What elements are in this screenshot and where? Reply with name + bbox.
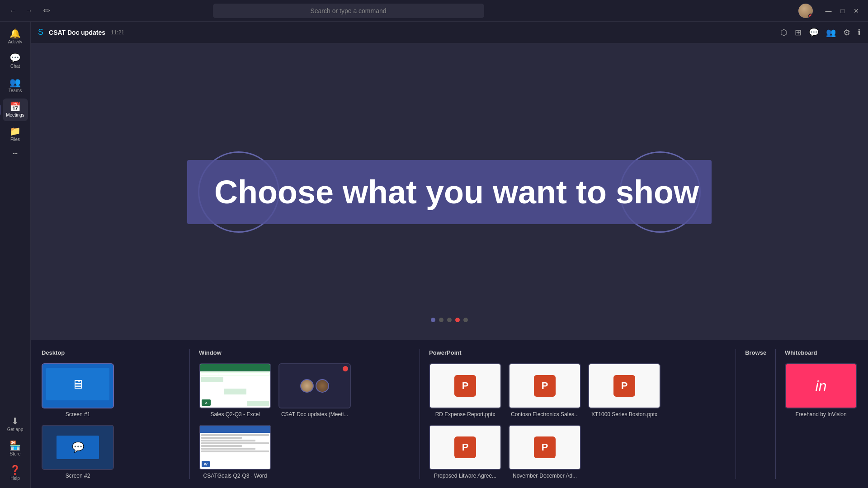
close-button[interactable]: ✕ — [850, 5, 863, 16]
compose-button[interactable]: ✏ — [40, 4, 54, 18]
ppt4-thumb[interactable]: P — [429, 425, 501, 470]
ppt2-thumb[interactable]: P — [509, 363, 581, 408]
meeting-header-actions: ⬡ ⊞ 💬 👥 ⚙ ℹ — [780, 28, 861, 38]
ppt1-icon: P — [454, 375, 476, 397]
forward-button[interactable]: → — [22, 5, 36, 17]
sidebar-label-teams: Teams — [9, 88, 22, 93]
window-controls[interactable]: — □ ✕ — [822, 5, 863, 16]
sidebar-item-meetings[interactable]: 📅 Meetings — [3, 99, 28, 121]
share-item-excel[interactable]: X Sales Q2-Q3 - Excel — [199, 363, 271, 418]
share-item-ppt3[interactable]: P XT1000 Series Boston.pptx — [588, 363, 660, 418]
activity-icon: 🔔 — [9, 29, 21, 38]
screen1-thumb[interactable]: 🖥 — [42, 363, 114, 408]
dot-1 — [431, 318, 435, 322]
word-icon-badge: W — [202, 461, 210, 467]
avatar[interactable] — [798, 4, 813, 18]
desktop-section: Desktop 🖥 — [42, 349, 180, 479]
meetings-icon: 📅 — [9, 102, 21, 111]
ppt5-icon: P — [534, 436, 556, 458]
screen1-label: Screen #1 — [66, 411, 90, 418]
sidebar-item-activity[interactable]: 🔔 Activity — [3, 25, 28, 48]
share-item-invision[interactable]: in Freehand by InVision — [785, 363, 857, 418]
ppt1-thumb[interactable]: P — [429, 363, 501, 408]
excel-toolbar-row — [201, 372, 269, 376]
word-line-7 — [201, 450, 269, 452]
invision-thumb[interactable]: in — [785, 363, 857, 408]
whiteboard-section: Whiteboard in Freehand by InVision — [785, 349, 857, 418]
sidebar-item-teams[interactable]: 👥 Teams — [3, 74, 28, 97]
info-icon[interactable]: ℹ — [858, 28, 861, 38]
sidebar-item-get-app[interactable]: ⬇ Get app — [3, 413, 28, 436]
window-section-header: Window — [199, 349, 410, 356]
desktop-thumb-2: 💬 — [42, 426, 113, 469]
share-items-row: Desktop 🖥 — [42, 349, 857, 479]
separator-3 — [736, 349, 736, 479]
titlebar: ← → ✏ — □ ✕ — [0, 0, 868, 22]
participants-icon[interactable]: 👥 — [826, 28, 836, 38]
teams-meeting-label: CSAT Doc updates (Meeti... — [281, 411, 348, 418]
ppt4-label: Proposed Litware Agree... — [434, 473, 496, 479]
meeting-chat-icon[interactable]: 💬 — [809, 28, 819, 38]
dot-2 — [439, 318, 443, 322]
get-app-icon: ⬇ — [11, 417, 19, 426]
desktop-items: 🖥 Screen #1 — [42, 363, 180, 479]
maximize-button[interactable]: □ — [837, 5, 848, 16]
csatgoals-label: CSATGoals Q2-Q3 - Word — [203, 473, 267, 479]
invision-content: in — [786, 364, 856, 408]
minimize-button[interactable]: — — [822, 5, 835, 16]
ppt4-content: P — [430, 426, 500, 469]
ppt3-label: XT1000 Series Boston.pptx — [591, 411, 657, 418]
whiteboard-items: in Freehand by InVision — [785, 363, 857, 418]
share-item-ppt2[interactable]: P Contoso Electronics Sales... — [509, 363, 581, 418]
teams-meeting-content — [279, 364, 350, 408]
back-button[interactable]: ← — [5, 5, 20, 17]
share-item-ppt5[interactable]: P November-December Ad... — [509, 425, 581, 479]
titlebar-right: — □ ✕ — [798, 4, 863, 18]
ppt3-thumb[interactable]: P — [588, 363, 660, 408]
word-body — [200, 433, 270, 469]
dots-indicator — [431, 318, 468, 322]
word-line-5 — [201, 445, 242, 447]
dot-5 — [463, 318, 468, 322]
sidebar-item-store[interactable]: 🏪 Store — [3, 437, 28, 460]
search-input[interactable] — [213, 4, 484, 18]
share-item-ppt4[interactable]: P Proposed Litware Agree... — [429, 425, 501, 479]
sidebar-item-files[interactable]: 📁 Files — [3, 123, 28, 145]
participants-area: Choose what you want to show — [31, 43, 868, 340]
sidebar-item-chat[interactable]: 💬 Chat — [3, 50, 28, 72]
desktop-section-header: Desktop — [42, 349, 180, 356]
share-screen-icon[interactable]: ⬡ — [780, 28, 788, 38]
sidebar-label-chat: Chat — [10, 64, 20, 69]
screen2-label: Screen #2 — [66, 473, 90, 479]
sidebar-item-help[interactable]: ❓ Help — [3, 462, 28, 484]
share-item-screen2[interactable]: 💬 Screen #2 — [42, 425, 114, 479]
word-line-3 — [201, 440, 255, 441]
teams-meeting-thumb[interactable] — [278, 363, 351, 408]
teams-meeting-faces — [300, 379, 329, 393]
share-item-word[interactable]: W CSATGoals Q2-Q3 - Word — [199, 425, 271, 479]
separator-4 — [775, 349, 776, 479]
more-label: ••• — [13, 151, 18, 156]
whiteboard-icon[interactable]: ⊞ — [795, 28, 802, 38]
screen2-thumb[interactable]: 💬 — [42, 425, 114, 470]
word-line-2 — [201, 437, 242, 439]
ppt2-label: Contoso Electronics Sales... — [511, 411, 579, 418]
share-panel: Desktop 🖥 — [31, 340, 868, 488]
share-item-teams-meeting[interactable]: CSAT Doc updates (Meeti... — [278, 363, 351, 418]
sidebar: 🔔 Activity 💬 Chat 👥 Teams 📅 Meetings 📁 F… — [0, 22, 31, 488]
excel-thumb[interactable]: X — [199, 363, 271, 408]
sidebar-label-files: Files — [10, 137, 20, 142]
word-content: W — [200, 426, 270, 469]
share-item-screen1[interactable]: 🖥 Screen #1 — [42, 363, 114, 418]
excel-icon-badge: X — [202, 399, 211, 406]
settings-icon[interactable]: ⚙ — [843, 28, 850, 38]
word-thumb[interactable]: W — [199, 425, 271, 470]
dot-4 — [455, 318, 460, 322]
ppt5-thumb[interactable]: P — [509, 425, 581, 470]
window-section: Window — [199, 349, 410, 479]
sidebar-item-more[interactable]: ••• — [3, 147, 28, 160]
nav-buttons[interactable]: ← → — [5, 5, 36, 17]
window-items: X Sales Q2-Q3 - Excel — [199, 363, 410, 479]
share-item-ppt1[interactable]: P RD Expense Report.pptx — [429, 363, 501, 418]
desktop-thumb-1: 🖥 — [42, 364, 113, 408]
